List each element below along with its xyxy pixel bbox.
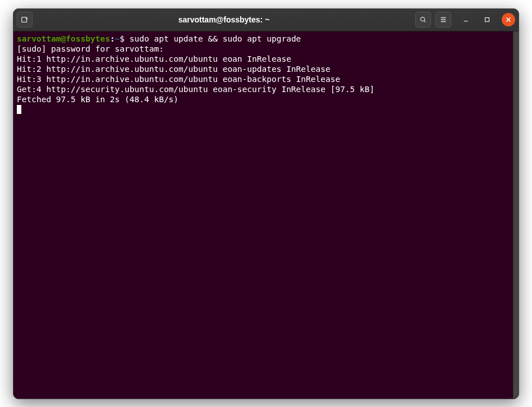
- new-tab-button[interactable]: [17, 12, 33, 28]
- menu-button[interactable]: [435, 12, 451, 28]
- output-line: Fetched 97.5 kB in 2s (48.4 kB/s): [17, 94, 515, 104]
- command-text: sudo apt update && sudo apt upgrade: [130, 34, 301, 43]
- titlebar-left: [17, 12, 33, 28]
- titlebar: sarvottam@fossbytes: ~: [13, 9, 519, 31]
- terminal-window: sarvottam@fossbytes: ~: [13, 8, 519, 399]
- prompt-dollar: $: [120, 34, 129, 43]
- output-line: Hit:2 http://in.archive.ubuntu.com/ubunt…: [17, 64, 515, 74]
- window-title: sarvottam@fossbytes: ~: [36, 15, 412, 24]
- scrollbar[interactable]: [513, 31, 519, 399]
- close-button[interactable]: [502, 13, 515, 26]
- cursor-line: [17, 104, 515, 115]
- window-controls: [459, 13, 515, 26]
- svg-line-4: [424, 21, 426, 22]
- output-line: Hit:1 http://in.archive.ubuntu.com/ubunt…: [17, 54, 515, 64]
- output-line: [sudo] password for sarvottam:: [17, 44, 515, 54]
- minimize-button[interactable]: [459, 13, 473, 26]
- output-line: Hit:3 http://in.archive.ubuntu.com/ubunt…: [17, 74, 515, 84]
- maximize-button[interactable]: [480, 13, 494, 26]
- prompt-line: sarvottam@fossbytes:~$ sudo apt update &…: [17, 34, 515, 44]
- svg-rect-0: [22, 17, 27, 22]
- svg-rect-9: [485, 18, 489, 22]
- prompt-colon: :: [110, 34, 115, 43]
- svg-point-3: [421, 17, 425, 21]
- search-button[interactable]: [415, 12, 431, 28]
- prompt-user-host: sarvottam@fossbytes: [17, 34, 110, 43]
- titlebar-right: [415, 12, 515, 28]
- cursor-icon: [17, 105, 21, 114]
- terminal-body[interactable]: sarvottam@fossbytes:~$ sudo apt update &…: [13, 31, 519, 399]
- output-line: Get:4 http://security.ubuntu.com/ubuntu …: [17, 84, 515, 94]
